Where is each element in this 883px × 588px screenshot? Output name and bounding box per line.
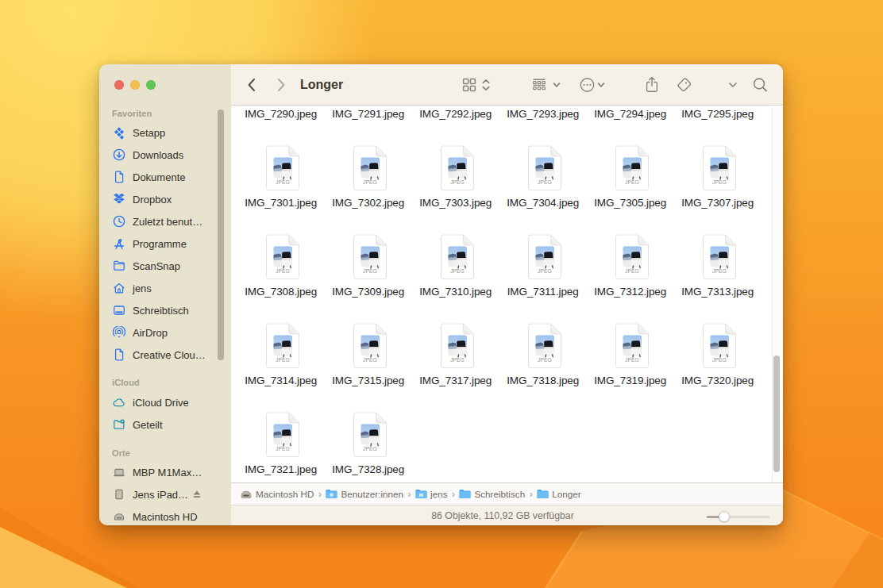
svg-text:JPEG: JPEG — [276, 268, 290, 274]
svg-text:JPEG: JPEG — [450, 357, 465, 363]
svg-text:JPEG: JPEG — [538, 268, 552, 274]
svg-text:JPEG: JPEG — [538, 357, 552, 363]
svg-text:JPEG: JPEG — [450, 179, 465, 185]
svg-text:JPEG: JPEG — [712, 357, 727, 363]
svg-text:JPEG: JPEG — [363, 357, 377, 363]
svg-text:JPEG: JPEG — [363, 446, 377, 452]
svg-text:JPEG: JPEG — [712, 268, 727, 274]
svg-text:JPEG: JPEG — [625, 268, 639, 274]
svg-text:JPEG: JPEG — [363, 179, 377, 185]
svg-text:JPEG: JPEG — [276, 179, 290, 185]
svg-text:JPEG: JPEG — [276, 446, 290, 452]
svg-text:JPEG: JPEG — [712, 179, 727, 185]
svg-text:JPEG: JPEG — [450, 268, 465, 274]
svg-text:JPEG: JPEG — [276, 357, 290, 363]
svg-text:JPEG: JPEG — [538, 179, 552, 185]
svg-text:JPEG: JPEG — [363, 268, 377, 274]
svg-text:JPEG: JPEG — [625, 357, 639, 363]
svg-text:JPEG: JPEG — [625, 179, 639, 185]
